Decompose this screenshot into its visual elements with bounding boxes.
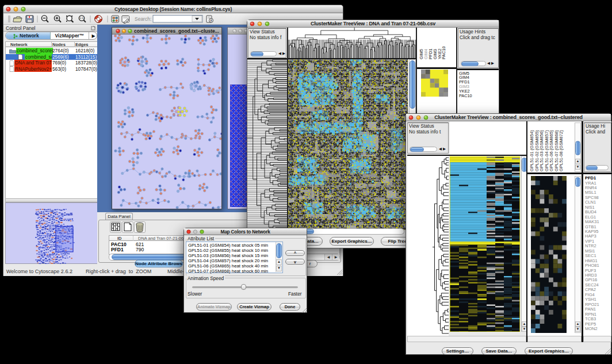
svg-text:Search:: Search: <box>135 16 151 22</box>
svg-text:1:1: 1:1 <box>80 17 84 20</box>
